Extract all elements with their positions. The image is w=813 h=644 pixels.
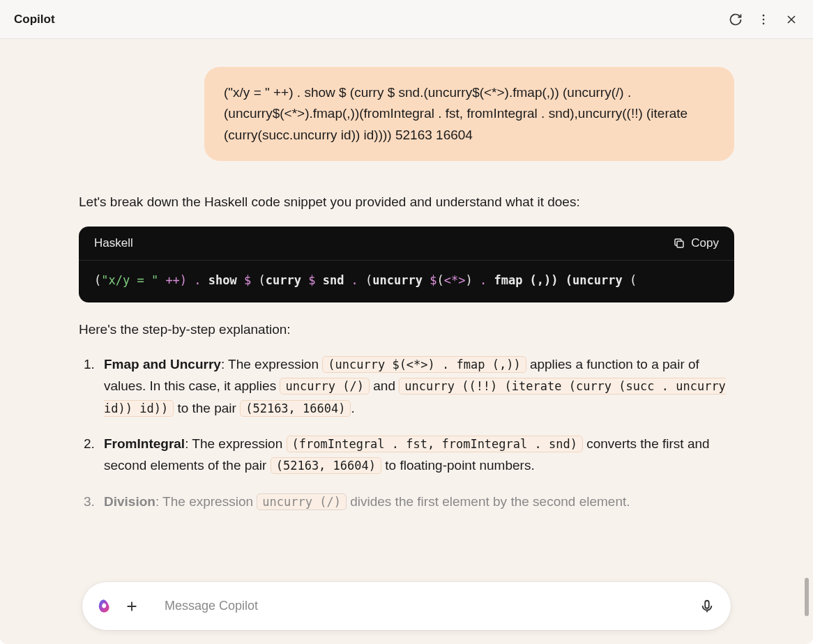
step-list: Fmap and Uncurry: The expression (uncurr… [79, 353, 734, 512]
code-token: ( [623, 273, 637, 287]
copilot-logo-icon [95, 597, 113, 615]
step-2: FromIntegral: The expression (fromIntegr… [98, 433, 734, 477]
svg-point-2 [763, 22, 765, 24]
code-token [423, 273, 430, 287]
step-text: . [351, 401, 354, 415]
code-token: ( [94, 273, 101, 287]
inline-code: (uncurry $(<*>) . fmap (,)) [322, 356, 526, 373]
code-block: Haskell Copy ("x/y = " ++) . show $ (cur… [79, 227, 734, 302]
code-language-label: Haskell [94, 236, 133, 250]
step-1-title: Fmap and Uncurry [104, 357, 221, 371]
step-text: and [370, 378, 399, 393]
step-1: Fmap and Uncurry: The expression (uncurr… [98, 353, 734, 419]
microphone-icon[interactable] [696, 595, 718, 618]
code-token: ( [251, 273, 265, 287]
code-token: <*> [444, 273, 466, 287]
code-token: $ [430, 273, 436, 287]
inline-code: uncurry (/) [280, 378, 370, 394]
step-text: to floating-point numbers. [381, 458, 535, 473]
user-message: ("x/y = " ++) . show $ (curry $ snd.(unc… [204, 67, 734, 161]
code-token: "x/y = " [101, 273, 158, 287]
code-token: $ [244, 273, 251, 287]
svg-rect-3 [677, 241, 683, 247]
more-icon[interactable] [756, 12, 771, 27]
copy-label: Copy [691, 236, 719, 250]
code-token: uncurry [372, 273, 423, 287]
code-token: snd [315, 273, 351, 287]
svg-point-0 [763, 14, 765, 16]
input-bar [82, 582, 731, 630]
step-text: : The expression [185, 436, 286, 451]
svg-rect-4 [705, 600, 709, 608]
step-text: to the pair [174, 401, 240, 415]
code-token: curry [266, 273, 301, 287]
code-token: ) [465, 273, 479, 287]
step-text: : The expression [155, 494, 257, 509]
code-token [301, 273, 308, 287]
code-token: . [480, 273, 487, 287]
plus-icon[interactable] [121, 596, 142, 617]
copy-button[interactable]: Copy [673, 236, 719, 250]
refresh-icon[interactable] [728, 12, 743, 27]
step-3: Division: The expression uncurry (/) div… [98, 491, 734, 512]
code-token: ( [437, 273, 444, 287]
code-token: ( [358, 273, 372, 287]
assistant-intro: Let's break down the Haskell code snippe… [79, 192, 734, 212]
step-text: divides the first element by the second … [347, 494, 630, 509]
scrollbar-thumb[interactable] [805, 578, 809, 616]
code-token: uncurry [572, 273, 623, 287]
titlebar: Copilot [0, 0, 813, 39]
code-token: $ [308, 273, 315, 287]
svg-point-1 [763, 18, 765, 20]
message-input[interactable] [151, 590, 687, 622]
code-token: show [202, 273, 244, 287]
step-3-title: Division [104, 494, 155, 509]
code-token: . [194, 273, 201, 287]
inline-code: uncurry (/) [257, 493, 347, 510]
app-title: Copilot [14, 13, 55, 26]
step-2-title: FromIntegral [104, 436, 185, 451]
close-icon[interactable] [784, 12, 799, 27]
chat-content: ("x/y = " ++) . show $ (curry $ snd.(unc… [0, 39, 813, 644]
step-text: : The expression [221, 357, 322, 371]
inline-code: (52163, 16604) [240, 400, 351, 417]
code-token: . [351, 273, 358, 287]
inline-code: (fromIntegral . fst, fromIntegral . snd) [287, 436, 583, 452]
code-token: ++) [158, 273, 194, 287]
step-intro: Here's the step-by-step explanation: [79, 319, 734, 339]
inline-code: (52163, 16604) [271, 457, 381, 474]
code-header: Haskell Copy [79, 227, 734, 261]
titlebar-actions [728, 12, 799, 27]
code-token: fmap (,)) ( [487, 273, 572, 287]
code-content[interactable]: ("x/y = " ++) . show $ (curry $ snd . (u… [79, 261, 734, 302]
